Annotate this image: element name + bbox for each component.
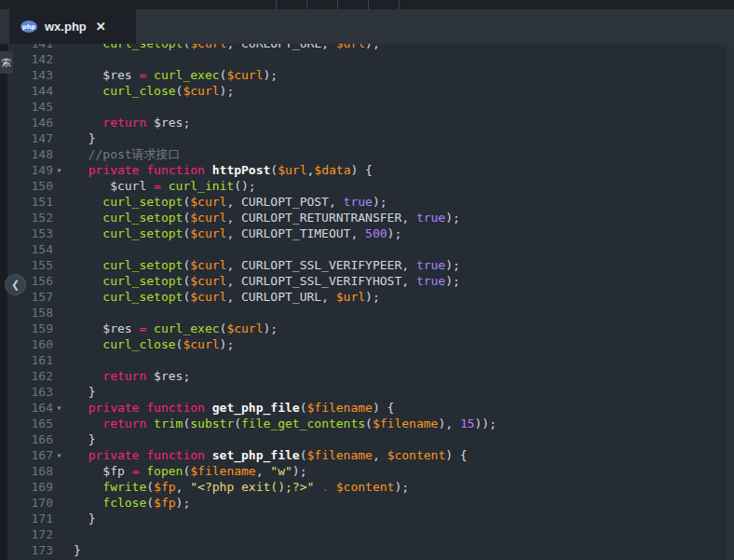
chevron-left-icon: ❮ (11, 279, 20, 291)
code-line[interactable]: 147 } (7, 130, 727, 146)
line-number[interactable]: 158 (7, 305, 65, 321)
top-strip-separator (337, 0, 338, 9)
left-dock-strip: 索 (0, 44, 7, 560)
line-number[interactable]: 161 (7, 352, 65, 368)
code-line[interactable]: 150 $curl = curl_init(); (7, 178, 727, 194)
code-line[interactable]: 164▾ private function get_php_file($file… (7, 400, 727, 416)
line-number[interactable]: 147 (7, 130, 65, 146)
svg-text:php: php (22, 23, 35, 31)
line-number[interactable]: 160 (7, 336, 65, 352)
top-strip-separator (399, 0, 400, 9)
fold-icon[interactable]: ▾ (53, 400, 65, 416)
line-number[interactable]: 153 (7, 225, 65, 241)
code-line[interactable]: 170 fclose($fp); (7, 495, 727, 511)
code-line[interactable]: 155 curl_setopt($curl, CURLOPT_SSL_VERIF… (7, 257, 727, 273)
code-line[interactable]: 160 curl_close($curl); (7, 336, 727, 352)
line-number[interactable]: 159 (7, 321, 65, 336)
code-lines: 141 curl_setopt($curl, CURLOPT_URL, $url… (7, 44, 727, 558)
code-line[interactable]: 142 (7, 51, 727, 67)
line-number[interactable]: 146 (7, 115, 65, 130)
line-number[interactable]: 164▾ (7, 400, 65, 416)
line-number[interactable]: 148 (7, 146, 65, 162)
code-line[interactable]: 143 $res = curl_exec($curl); (7, 67, 727, 83)
line-number[interactable]: 142 (7, 51, 65, 67)
code-line[interactable]: 163 } (7, 384, 727, 400)
code-line[interactable]: 159 $res = curl_exec($curl); (7, 321, 727, 336)
code-line[interactable]: 171 } (7, 511, 727, 526)
line-number[interactable]: 166 (7, 431, 65, 447)
top-strip-separator (368, 0, 369, 9)
code-line[interactable]: 149▾ private function httpPost($url,$dat… (7, 162, 727, 178)
line-number[interactable]: 151 (7, 194, 65, 210)
line-number[interactable]: 155 (7, 257, 65, 273)
vertical-scrollbar[interactable] (727, 44, 734, 560)
code-line[interactable]: 145 (7, 99, 727, 115)
line-number[interactable]: 144 (7, 83, 65, 99)
code-line[interactable]: 156 curl_setopt($curl, CURLOPT_SSL_VERIF… (7, 273, 727, 289)
code-line[interactable]: 148 //post请求接口 (7, 146, 727, 162)
tab-bar: php wx.php ✕ (0, 9, 734, 44)
code-line[interactable]: 144 curl_close($curl); (7, 83, 727, 99)
line-number[interactable]: 173 (7, 542, 65, 558)
code-line[interactable]: 152 curl_setopt($curl, CURLOPT_RETURNTRA… (7, 210, 727, 225)
line-number[interactable]: 168 (7, 463, 65, 479)
code-line[interactable]: 173} (7, 542, 727, 558)
line-number[interactable]: 141 (7, 44, 65, 51)
code-line[interactable]: 167▾ private function set_php_file($file… (7, 447, 727, 463)
code-line[interactable]: 151 curl_setopt($curl, CURLOPT_POST, tru… (7, 194, 727, 210)
php-file-icon: php (20, 20, 37, 33)
close-icon[interactable]: ✕ (96, 20, 106, 34)
line-number[interactable]: 145 (7, 99, 65, 115)
line-number[interactable]: 163 (7, 384, 65, 400)
fold-icon[interactable]: ▾ (53, 162, 65, 178)
top-strip-separator (306, 0, 307, 9)
code-line[interactable]: 157 curl_setopt($curl, CURLOPT_URL, $url… (7, 289, 727, 305)
line-number[interactable]: 172 (7, 526, 65, 542)
code-line[interactable]: 162 return $res; (7, 368, 727, 384)
sidebar-collapse-button[interactable]: ❮ (5, 274, 26, 295)
top-strip (0, 0, 734, 9)
tab-label: wx.php (45, 20, 87, 34)
main-area: 索 ❮ 141 curl_setopt($curl, CURLOPT_URL, … (0, 44, 734, 560)
fold-icon[interactable]: ▾ (53, 447, 65, 463)
dock-tab-search[interactable]: 索 (0, 51, 13, 74)
code-line[interactable]: 168 $fp = fopen($filename, "w"); (7, 463, 727, 479)
line-number[interactable]: 154 (7, 241, 65, 257)
line-number[interactable]: 149▾ (7, 162, 65, 178)
code-line[interactable]: 158 (7, 305, 727, 321)
line-number[interactable]: 162 (7, 368, 65, 384)
code-line[interactable]: 154 (7, 241, 727, 257)
line-number[interactable]: 167▾ (7, 447, 65, 463)
line-number[interactable]: 143 (7, 67, 65, 83)
code-editor[interactable]: 141 curl_setopt($curl, CURLOPT_URL, $url… (7, 44, 734, 560)
code-line[interactable]: 146 return $res; (7, 115, 727, 130)
code-line[interactable]: 153 curl_setopt($curl, CURLOPT_TIMEOUT, … (7, 225, 727, 241)
code-line[interactable]: 172 (7, 526, 727, 542)
code-line[interactable]: 169 fwrite($fp, "<?php exit();?>" . $con… (7, 479, 727, 495)
line-number[interactable]: 152 (7, 210, 65, 225)
code-line[interactable]: 165 return trim(substr(file_get_contents… (7, 416, 727, 431)
code-line[interactable]: 166 } (7, 431, 727, 447)
top-strip-separator (276, 0, 277, 9)
line-number[interactable]: 170 (7, 495, 65, 511)
line-number[interactable]: 171 (7, 511, 65, 526)
line-number[interactable]: 165 (7, 416, 65, 431)
tab-wx-php[interactable]: php wx.php ✕ (9, 9, 136, 44)
code-line[interactable]: 161 (7, 352, 727, 368)
line-number[interactable]: 150 (7, 178, 65, 194)
line-number[interactable]: 169 (7, 479, 65, 495)
code-line[interactable]: 141 curl_setopt($curl, CURLOPT_URL, $url… (7, 44, 727, 51)
